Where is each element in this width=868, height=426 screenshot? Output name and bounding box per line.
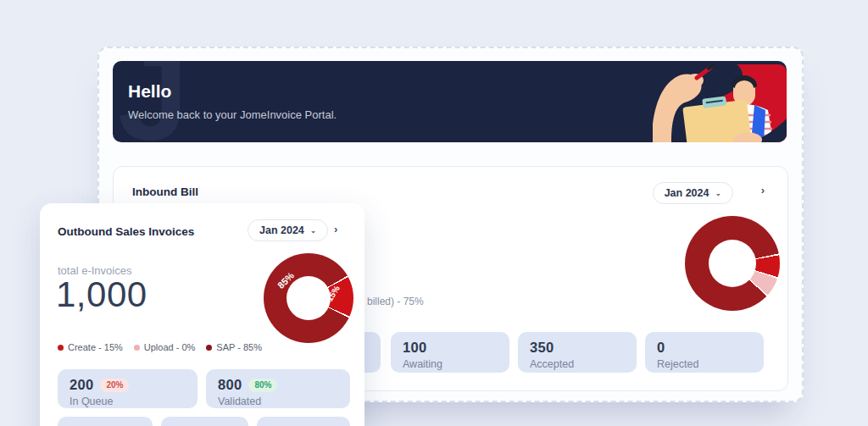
banner-title: Hello [128, 81, 171, 102]
legend-dot [58, 345, 64, 351]
banner-illustration [653, 61, 787, 142]
inbound-card-title: Inbound Bill [132, 185, 198, 198]
outbound-stat-cutoff-2 [161, 417, 248, 426]
stat-label: Accepted [530, 358, 625, 370]
stat-value: 100 [403, 340, 426, 356]
total-einvoices-value: 1,000 [56, 274, 147, 315]
outbound-period-label: Jan 2024 [259, 224, 304, 236]
stat-value: 350 [530, 340, 554, 356]
outbound-card-title: Outbound Sales Invoices [58, 225, 194, 238]
legend-label: Upload - 0% [144, 342, 196, 352]
inbound-stat-rejected: 0 Rejected [645, 332, 764, 373]
legend-dot [134, 345, 140, 351]
inbound-donut-chart [685, 216, 780, 311]
person-clipboard-illustration [653, 61, 787, 142]
inbound-period-dropdown[interactable]: Jan 2024 ⌄ [653, 182, 733, 204]
outbound-stat-cutoff-1 [58, 417, 153, 426]
legend-dot [206, 345, 212, 351]
stat-label: In Queue [70, 396, 186, 407]
outbound-legend: Create - 15% Upload - 0% SAP - 85% [58, 342, 262, 352]
chevron-down-icon: ⌄ [310, 226, 317, 235]
banner-subtitle: Welcome back to your JomeInvoice Portal. [128, 108, 337, 121]
legend-item-upload: Upload - 0% [134, 342, 196, 352]
outbound-period-dropdown[interactable]: Jan 2024 ⌄ [248, 219, 328, 241]
stat-value: 0 [657, 340, 665, 356]
outbound-stat-cutoff-3 [257, 417, 350, 426]
stat-badge: 20% [100, 379, 129, 392]
inbound-legend-partial: billed) - 75% [367, 296, 424, 307]
donut-hole [709, 240, 756, 287]
stat-label: Validated [218, 396, 338, 407]
outbound-sales-card: Outbound Sales Invoices Jan 2024 ⌄ › tot… [40, 203, 364, 426]
stat-label: Awaiting [403, 358, 498, 370]
inbound-next-button[interactable]: › [757, 182, 769, 198]
legend-label: SAP - 85% [216, 342, 262, 352]
inbound-stat-awaiting: 100 Awaiting [391, 332, 509, 373]
outbound-stat-in-queue: 200 20% In Queue [58, 369, 198, 408]
outbound-donut-chart: 85% 15% [264, 253, 353, 343]
outbound-next-button[interactable]: › [330, 221, 342, 237]
chevron-down-icon: ⌄ [715, 189, 721, 197]
inbound-stat-accepted: 350 Accepted [518, 332, 637, 373]
stat-badge: 80% [248, 379, 277, 392]
legend-item-sap: SAP - 85% [206, 342, 262, 352]
stat-value: 800 [218, 377, 242, 393]
legend-item-create: Create - 15% [58, 342, 123, 352]
outbound-stat-validated: 800 80% Validated [206, 369, 350, 408]
stat-value: 200 [70, 377, 93, 393]
inbound-period-label: Jan 2024 [665, 187, 709, 199]
stat-label: Rejected [657, 358, 752, 370]
legend-label: Create - 15% [68, 342, 123, 352]
welcome-banner: J Hello Welcome back to your JomeInvoice… [113, 61, 787, 142]
brand-watermark: J [118, 61, 188, 142]
